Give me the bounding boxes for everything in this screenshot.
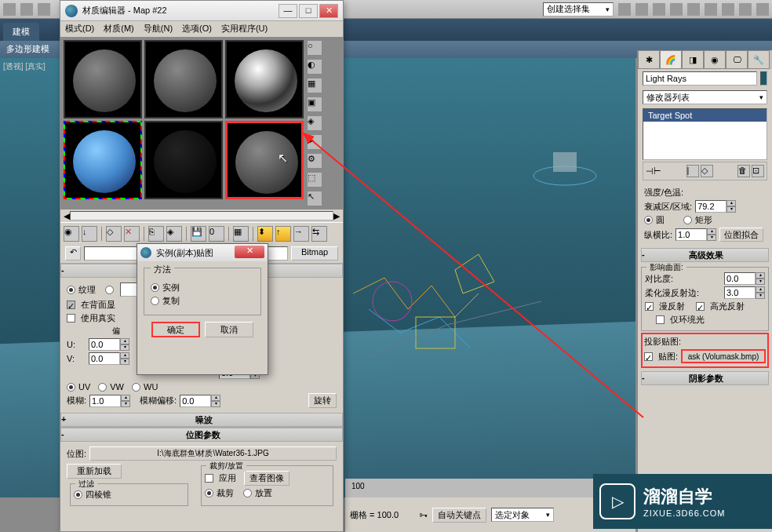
copy-radio[interactable]	[151, 297, 159, 305]
falloff-spinner[interactable]: ▴▾	[695, 200, 736, 213]
select-icon[interactable]	[20, 3, 33, 16]
advanced-effects-header[interactable]: -高级效果	[641, 248, 769, 262]
dialog-close-button[interactable]: ✕	[235, 246, 264, 258]
create-tab[interactable]: ✱	[638, 50, 660, 69]
projector-map-button[interactable]: ask (Volumask.bmp)	[681, 349, 766, 363]
vw-radio[interactable]	[98, 383, 107, 392]
material-slot-1[interactable]	[64, 40, 142, 118]
show-end-icon[interactable]: |	[686, 165, 699, 177]
use-real-check[interactable]	[67, 314, 75, 322]
matid-icon[interactable]: 0	[209, 226, 224, 242]
arrow-icon[interactable]	[3, 3, 16, 16]
menu-utilities[interactable]: 实用程序(U)	[221, 23, 268, 35]
bitmap-fit-button[interactable]: 位图拟合	[719, 228, 763, 242]
put-to-scene-icon[interactable]: ↓	[82, 226, 97, 242]
render-icon[interactable]	[756, 3, 769, 16]
pin-stack-icon[interactable]: ⊣⊢	[646, 166, 661, 177]
display-tab[interactable]: 🖵	[726, 50, 748, 69]
map-check[interactable]: ✓	[644, 352, 653, 361]
soften-spinner[interactable]: ▴▾	[724, 286, 765, 299]
go-sibling-icon[interactable]: ⇆	[311, 226, 327, 242]
get-material-icon[interactable]: ◉	[64, 226, 79, 242]
material-type-button[interactable]: Bitmap	[291, 246, 338, 261]
mirror-icon[interactable]	[618, 3, 631, 16]
crop-radio[interactable]	[205, 489, 213, 497]
ok-button[interactable]: 确定	[151, 322, 200, 337]
ambient-only-check[interactable]	[656, 315, 665, 324]
key-icon[interactable]: 🗝	[419, 510, 428, 519]
sample-type-icon[interactable]: ○	[307, 40, 322, 56]
selection-set-dropdown[interactable]: 创建选择集	[543, 2, 614, 16]
hierarchy-tab[interactable]: ◨	[682, 50, 704, 69]
select-by-mat-icon[interactable]: ⬚	[307, 172, 322, 188]
rect-radio[interactable]	[683, 216, 692, 224]
object-color-swatch[interactable]	[760, 71, 767, 86]
circle-radio[interactable]	[644, 216, 653, 224]
layers-icon[interactable]	[653, 3, 665, 16]
slots-scrollbar[interactable]: ◀▶	[60, 210, 343, 222]
material-editor-titlebar[interactable]: 材质编辑器 - Map #22 — □ ✕	[60, 1, 343, 21]
backlight-icon[interactable]: ◐	[307, 59, 322, 75]
render-setup-icon[interactable]	[722, 3, 734, 16]
show-map-icon[interactable]: ▦	[233, 226, 249, 242]
bitmap-path-button[interactable]: I:\海底群鱼\材质\Water36-1.JPG	[89, 446, 337, 461]
menu-navigation[interactable]: 导航(N)	[144, 23, 173, 35]
make-copy-icon[interactable]: ⎘	[148, 226, 164, 242]
close-button[interactable]: ✕	[319, 4, 338, 18]
apply-check[interactable]	[205, 474, 213, 483]
nav-back-button[interactable]: ↶	[65, 246, 81, 261]
diffuse-check[interactable]: ✓	[645, 302, 654, 311]
tab-modeling[interactable]: 建模	[3, 23, 39, 41]
show-back-check[interactable]: ✓	[67, 301, 75, 309]
material-slot-3[interactable]	[225, 40, 304, 118]
make-unique-mod-icon[interactable]: ◇	[701, 165, 713, 177]
material-slot-6[interactable]	[225, 121, 304, 199]
options-icon[interactable]: ⚙	[307, 153, 322, 169]
make-preview-icon[interactable]: ▶	[307, 134, 322, 150]
render-frame-icon[interactable]	[739, 3, 752, 16]
delete-icon[interactable]: ✕	[124, 226, 140, 242]
modify-tab[interactable]: 🌈	[660, 50, 682, 69]
wu-radio[interactable]	[132, 383, 140, 392]
object-name-input[interactable]	[643, 71, 757, 86]
v-offset-spinner[interactable]: ▴▾	[89, 352, 144, 365]
blur-spinner[interactable]: ▴▾	[89, 395, 130, 407]
go-forward-icon[interactable]: →	[293, 226, 309, 242]
curve-editor-icon[interactable]	[670, 3, 683, 16]
background-icon[interactable]: ▦	[307, 78, 322, 93]
show-end-result-icon[interactable]: ⬍	[257, 226, 273, 242]
material-slot-4[interactable]	[64, 121, 142, 199]
remove-mod-icon[interactable]: 🗑	[737, 165, 750, 177]
shadow-params-header[interactable]: -阴影参数	[641, 371, 769, 385]
modifier-target-spot[interactable]: Target Spot	[643, 109, 767, 122]
video-check-icon[interactable]: ◈	[307, 115, 322, 131]
specular-check[interactable]: ✓	[696, 302, 705, 311]
utilities-tab[interactable]: 🔧	[748, 50, 770, 69]
dialog-titlebar[interactable]: 实例(副本)贴图 ✕	[137, 244, 268, 261]
pyramidal-radio[interactable]	[74, 490, 82, 499]
motion-tab[interactable]: ◉	[704, 50, 726, 69]
schematic-icon[interactable]	[687, 3, 700, 16]
blur-offset-spinner[interactable]: ▴▾	[180, 395, 220, 407]
minimize-button[interactable]: —	[279, 4, 297, 18]
material-slot-2[interactable]	[144, 40, 223, 118]
link-icon[interactable]	[38, 3, 50, 16]
menu-modes[interactable]: 模式(D)	[65, 23, 94, 35]
make-unique-icon[interactable]: ◈	[166, 226, 182, 242]
modifier-list-dropdown[interactable]: 修改器列表	[643, 90, 767, 104]
align-icon[interactable]	[635, 3, 648, 16]
menu-options[interactable]: 选项(O)	[182, 23, 212, 35]
rotate-button[interactable]: 旋转	[308, 393, 337, 408]
bitmap-params-header[interactable]: -位图参数	[60, 428, 343, 442]
material-slot-5[interactable]	[144, 121, 223, 199]
place-radio[interactable]	[243, 489, 252, 497]
contrast-spinner[interactable]: ▴▾	[724, 272, 765, 285]
view-image-button[interactable]: 查看图像	[244, 471, 290, 486]
timeline[interactable]: 100	[345, 479, 635, 497]
u-offset-spinner[interactable]: ▴▾	[89, 338, 144, 351]
texture-radio[interactable]	[67, 286, 75, 294]
uv-radio[interactable]	[67, 383, 75, 392]
auto-key-button[interactable]: 自动关键点	[432, 508, 486, 523]
assign-icon[interactable]: ◇	[106, 226, 122, 242]
material-editor-icon[interactable]	[705, 3, 717, 16]
